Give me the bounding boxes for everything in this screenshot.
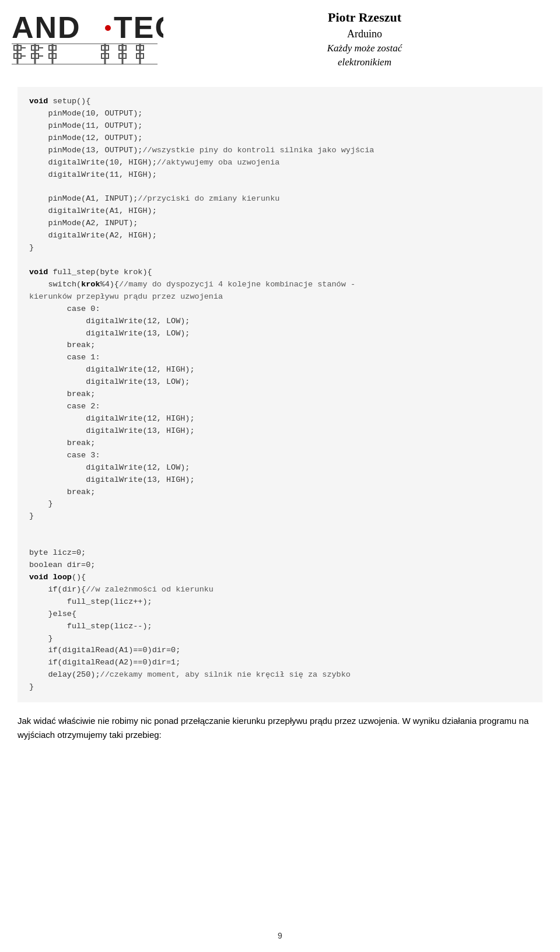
svg-text:AND: AND	[12, 10, 81, 44]
main-content: void setup(){ pinMode(10, OUTPUT); pinMo…	[0, 84, 560, 765]
page-number: 9	[278, 931, 282, 940]
book-subtitle2: Każdy może zostać	[181, 41, 548, 55]
logo-area: AND TECH	[6, 6, 181, 72]
page-header: AND TECH	[0, 0, 560, 78]
book-subtitle1: Arduino	[181, 27, 548, 41]
header-title-block: Piotr Rzeszut Arduino Każdy może zostać …	[181, 9, 548, 69]
author-name: Piotr Rzeszut	[181, 9, 548, 27]
prose-text: Jak widać właściwie nie robimy nic ponad…	[18, 714, 542, 742]
svg-point-1	[105, 25, 111, 31]
code-block: void setup(){ pinMode(10, OUTPUT); pinMo…	[18, 87, 542, 702]
book-subtitle3: elektronikiem	[181, 55, 548, 69]
logo-image: AND TECH	[6, 6, 163, 70]
svg-text:TECH: TECH	[114, 10, 163, 44]
